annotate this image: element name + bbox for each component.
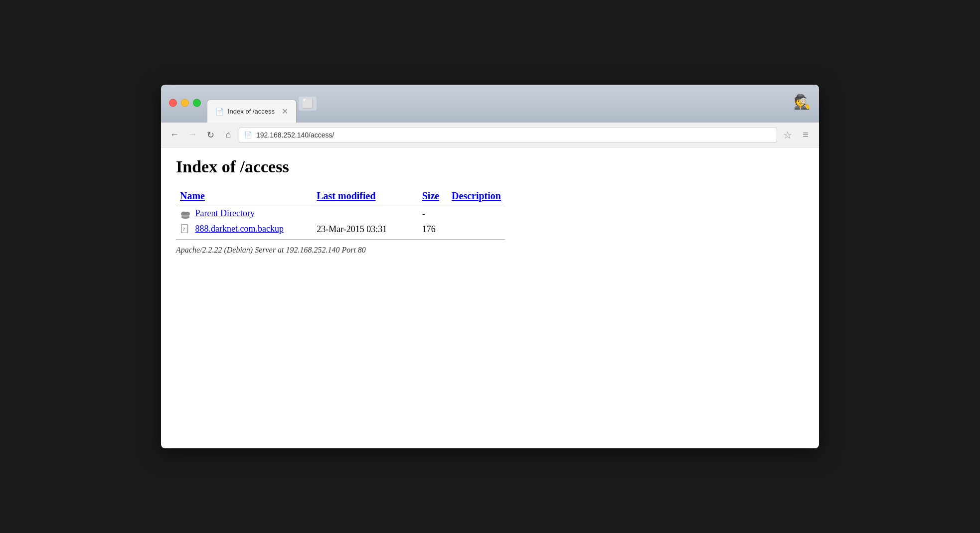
minimize-button[interactable] bbox=[181, 99, 189, 107]
folder-icon bbox=[180, 209, 191, 220]
file-modified-cell: 23-Mar-2015 03:31 bbox=[313, 222, 418, 237]
parent-dir-size: - bbox=[418, 206, 448, 222]
tab-close-button[interactable]: ✕ bbox=[282, 107, 288, 116]
name-sort-link[interactable]: Name bbox=[180, 190, 205, 201]
star-icon: ☆ bbox=[783, 129, 792, 141]
page-content: Index of /access Name Last modified Size… bbox=[161, 147, 819, 448]
parent-dir-desc bbox=[448, 206, 505, 222]
table-header-row: Name Last modified Size Description bbox=[176, 188, 505, 206]
tab-page-icon: 📄 bbox=[215, 108, 224, 116]
title-bar: 📄 Index of /access ✕ ⬜ 🕵️ bbox=[161, 85, 819, 123]
svg-text:?: ? bbox=[183, 227, 185, 232]
menu-button[interactable]: ≡ bbox=[798, 128, 813, 142]
file-link[interactable]: 888.darknet.com.backup bbox=[195, 224, 284, 234]
server-info: Apache/2.2.22 (Debian) Server at 192.168… bbox=[176, 246, 804, 255]
file-size-cell: 176 bbox=[418, 222, 448, 237]
file-name-cell: ? 888.darknet.com.backup bbox=[176, 222, 313, 237]
modified-sort-link[interactable]: Last modified bbox=[317, 190, 375, 201]
url-text[interactable]: 192.168.252.140/access/ bbox=[256, 131, 772, 139]
table-row: ? 888.darknet.com.backup 23-Mar-2015 03:… bbox=[176, 222, 505, 237]
desc-sort-link[interactable]: Description bbox=[452, 190, 501, 201]
active-tab[interactable]: 📄 Index of /access ✕ bbox=[207, 100, 297, 123]
col-desc-header: Description bbox=[448, 188, 505, 206]
maximize-button[interactable] bbox=[193, 99, 201, 107]
incognito-icon: 🕵️ bbox=[794, 94, 811, 110]
address-bar[interactable]: 📄 192.168.252.140/access/ bbox=[239, 127, 777, 143]
size-sort-link[interactable]: Size bbox=[422, 190, 439, 201]
forward-icon: → bbox=[188, 130, 197, 140]
bookmark-button[interactable]: ☆ bbox=[780, 128, 795, 142]
page-title: Index of /access bbox=[176, 157, 804, 176]
tab-title: Index of /access bbox=[228, 108, 275, 115]
reload-button[interactable]: ↻ bbox=[203, 128, 218, 142]
back-icon: ← bbox=[170, 130, 179, 140]
page-icon: 📄 bbox=[244, 131, 252, 138]
file-desc-cell bbox=[448, 222, 505, 237]
home-icon: ⌂ bbox=[226, 130, 231, 140]
col-size-header: Size bbox=[418, 188, 448, 206]
col-name-header: Name bbox=[176, 188, 313, 206]
close-button[interactable] bbox=[169, 99, 177, 107]
forward-button: → bbox=[185, 128, 200, 142]
new-tab-button[interactable]: ⬜ bbox=[299, 97, 317, 111]
file-table: Name Last modified Size Description bbox=[176, 188, 505, 237]
tabs-row: 📄 Index of /access ✕ ⬜ bbox=[207, 85, 317, 123]
unknown-file-icon: ? bbox=[180, 224, 191, 235]
parent-dir-link[interactable]: Parent Directory bbox=[195, 208, 255, 218]
col-modified-header: Last modified bbox=[313, 188, 418, 206]
reload-icon: ↻ bbox=[207, 130, 214, 140]
hamburger-icon: ≡ bbox=[803, 129, 809, 140]
nav-bar: ← → ↻ ⌂ 📄 192.168.252.140/access/ ☆ ≡ bbox=[161, 123, 819, 147]
new-tab-icon: ⬜ bbox=[302, 98, 313, 109]
parent-dir-modified bbox=[313, 206, 418, 222]
traffic-lights bbox=[169, 99, 201, 107]
bottom-divider bbox=[176, 239, 505, 240]
back-button[interactable]: ← bbox=[167, 128, 182, 142]
home-button[interactable]: ⌂ bbox=[221, 128, 236, 142]
parent-dir-cell: Parent Directory bbox=[176, 206, 313, 222]
table-row: Parent Directory - bbox=[176, 206, 505, 222]
browser-window: 📄 Index of /access ✕ ⬜ 🕵️ ← → ↻ ⌂ 📄 192.… bbox=[161, 85, 819, 448]
